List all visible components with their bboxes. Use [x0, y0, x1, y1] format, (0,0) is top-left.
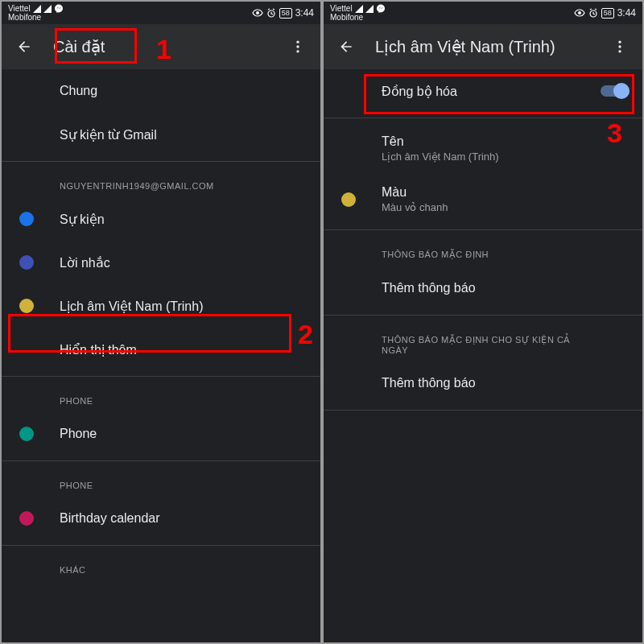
item-events[interactable]: Sự kiện [2, 197, 320, 241]
settings-list: Chung Sự kiện từ Gmail NGUYENTRINH1949@G… [2, 69, 320, 642]
carrier-label: Viettel [330, 5, 353, 13]
svg-point-5 [296, 50, 299, 52]
svg-point-11 [618, 50, 621, 52]
back-button[interactable] [8, 31, 40, 63]
item-label: Thêm thông báo [382, 376, 630, 390]
divider [324, 315, 642, 316]
svg-point-7 [578, 11, 581, 14]
carrier-label-2: Mobifone [330, 14, 363, 22]
section-header-phone-2: PHONE [2, 466, 320, 497]
divider [324, 410, 642, 411]
svg-point-6 [377, 5, 385, 13]
section-header-other: KHÁC [2, 551, 320, 581]
item-label: Lịch âm Việt Nam (Trinh) [60, 299, 308, 314]
item-add-notification[interactable]: Thêm thông báo [324, 266, 642, 310]
divider [324, 118, 642, 118]
svg-point-3 [296, 41, 299, 43]
divider [324, 229, 642, 230]
item-phone-calendar[interactable]: Phone [2, 412, 320, 456]
section-header-account: NGUYENTRINH1949@GMAIL.COM [2, 167, 320, 197]
item-show-more[interactable]: Hiển thị thêm [2, 328, 320, 371]
divider [2, 545, 320, 546]
item-label: Thêm thông báo [382, 281, 630, 295]
battery-icon: 58 [279, 8, 292, 19]
eye-icon [252, 9, 263, 17]
status-bar: Viettel Mobifone 58 3:44 [324, 2, 642, 24]
section-header-default-notif: THÔNG BÁO MẶC ĐỊNH [324, 235, 642, 266]
calendar-settings-list: Đồng bộ hóa Tên Lịch âm Việt Nam (Trinh)… [324, 69, 642, 642]
item-label: Màu [382, 185, 630, 200]
item-label: Chung [60, 84, 308, 98]
signal-icon [33, 5, 41, 13]
signal-icon [43, 5, 52, 13]
app-bar: Cài đặt [2, 24, 320, 69]
item-label: Lời nhắc [60, 255, 308, 270]
signal-icon [355, 5, 363, 13]
color-dot [341, 192, 356, 207]
messenger-icon [54, 4, 64, 14]
item-label: Hiển thị thêm [60, 342, 308, 357]
right-screenshot: Viettel Mobifone 58 3:44 [324, 2, 642, 642]
left-screenshot: Viettel Mobifone 58 3:44 [2, 2, 320, 642]
color-dot [19, 299, 34, 313]
section-header-allday-notif: THÔNG BÁO MẶC ĐỊNH CHO SỰ KIỆN CẢ NGÀY [324, 320, 642, 361]
color-dot [19, 255, 34, 270]
item-label: Sự kiện [60, 212, 308, 227]
section-header-phone: PHONE [2, 382, 320, 412]
alarm-icon [588, 8, 598, 18]
clock-label: 3:44 [617, 7, 636, 19]
item-label: Tên [382, 134, 630, 149]
item-general[interactable]: Chung [2, 69, 320, 113]
status-bar: Viettel Mobifone 58 3:44 [2, 2, 320, 24]
clock-label: 3:44 [295, 7, 314, 19]
item-sublabel: Màu vỏ chanh [382, 201, 630, 213]
battery-icon: 58 [601, 8, 614, 19]
carrier-label: Viettel [8, 5, 31, 13]
svg-point-0 [55, 5, 63, 13]
back-button[interactable] [330, 31, 362, 63]
color-dot [19, 427, 34, 441]
item-birthday-calendar[interactable]: Birthday calendar [2, 497, 320, 540]
item-label: Birthday calendar [60, 511, 308, 526]
divider [2, 161, 320, 162]
more-button[interactable] [282, 31, 314, 63]
svg-point-10 [618, 45, 621, 47]
app-bar: Lịch âm Việt Nam (Trinh) [324, 24, 642, 69]
item-label: Phone [60, 427, 308, 441]
color-dot [19, 212, 34, 226]
sync-toggle[interactable] [601, 83, 630, 99]
alarm-icon [266, 8, 276, 18]
more-button[interactable] [604, 31, 636, 63]
item-reminders[interactable]: Lời nhắc [2, 241, 320, 284]
messenger-icon [376, 4, 386, 14]
svg-point-4 [296, 45, 299, 47]
item-color[interactable]: Màu Màu vỏ chanh [324, 174, 642, 225]
item-name[interactable]: Tên Lịch âm Việt Nam (Trinh) [324, 123, 642, 174]
eye-icon [574, 9, 585, 17]
item-sublabel: Lịch âm Việt Nam (Trinh) [382, 151, 630, 163]
signal-icon [365, 5, 374, 13]
svg-point-1 [256, 11, 259, 14]
item-gmail-events[interactable]: Sự kiện từ Gmail [2, 113, 320, 156]
color-dot [19, 511, 34, 526]
page-title: Lịch âm Việt Nam (Trinh) [375, 37, 591, 56]
carrier-label-2: Mobifone [8, 14, 41, 22]
page-title: Cài đặt [53, 37, 269, 56]
item-add-notification-allday[interactable]: Thêm thông báo [324, 361, 642, 405]
svg-point-9 [618, 41, 621, 43]
item-vietnam-lunar[interactable]: Lịch âm Việt Nam (Trinh) [2, 284, 320, 328]
item-label: Đồng bộ hóa [382, 84, 601, 99]
item-sync[interactable]: Đồng bộ hóa [324, 69, 642, 113]
item-label: Sự kiện từ Gmail [60, 127, 308, 142]
divider [2, 376, 320, 377]
divider [2, 460, 320, 461]
